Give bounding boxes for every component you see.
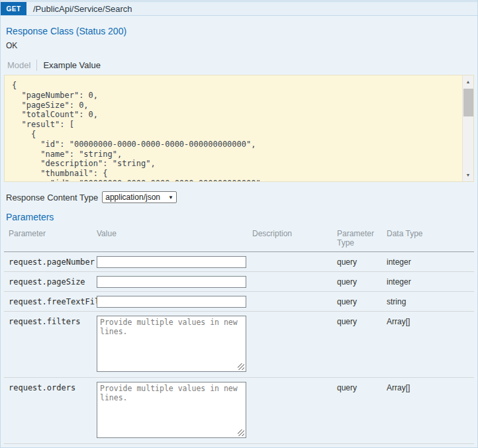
parameters-table: Parameter Value Description Parameter Ty… bbox=[4, 225, 474, 448]
scrollbar-thumb[interactable] bbox=[463, 89, 473, 116]
response-content-type-label: Response Content Type bbox=[6, 193, 98, 202]
param-value-cell bbox=[97, 378, 252, 443]
param-description bbox=[252, 292, 333, 311]
param-value-textarea[interactable] bbox=[97, 382, 246, 438]
param-name: request.freeTextFilter bbox=[9, 292, 97, 311]
param-data-type: Array[] bbox=[387, 378, 474, 443]
param-textarea-wrap bbox=[97, 382, 246, 440]
param-data-type: integer bbox=[387, 252, 474, 271]
param-description bbox=[252, 378, 333, 443]
param-name: request.orders bbox=[9, 378, 97, 443]
operation-path-link[interactable]: /PublicApi/Service/Search bbox=[26, 2, 132, 15]
param-row-Auth-Token: Auth-TokenThe Authorization Token obtain… bbox=[4, 444, 474, 448]
example-json-block: { "pageNumber": 0, "pageSize": 0, "total… bbox=[4, 75, 474, 182]
param-value-cell bbox=[97, 292, 252, 311]
parameters-table-header: Parameter Value Description Parameter Ty… bbox=[4, 225, 474, 252]
param-value-input[interactable] bbox=[97, 276, 246, 288]
col-description: Description bbox=[252, 225, 337, 251]
response-tabs: Model Example Value bbox=[6, 59, 472, 71]
param-row-request.orders: request.ordersqueryArray[] bbox=[4, 378, 474, 444]
param-name: request.filters bbox=[9, 312, 97, 377]
param-type: query bbox=[337, 272, 387, 291]
param-name: request.pageNumber bbox=[9, 252, 97, 271]
dropdown-caret-icon: ▼ bbox=[168, 195, 173, 201]
param-description bbox=[252, 252, 333, 271]
param-row-request.filters: request.filtersqueryArray[] bbox=[4, 312, 474, 378]
scroll-down-icon[interactable]: ▼ bbox=[463, 170, 473, 180]
param-name: Auth-Token bbox=[9, 444, 97, 448]
response-class-heading: Response Class (Status 200) bbox=[6, 26, 472, 36]
param-type: header bbox=[337, 444, 387, 448]
param-type: query bbox=[337, 292, 387, 311]
param-description bbox=[252, 272, 333, 291]
param-row-request.freeTextFilter: request.freeTextFilterquerystring bbox=[4, 292, 474, 312]
param-description bbox=[252, 312, 333, 377]
tab-separator bbox=[36, 60, 37, 71]
param-data-type: string bbox=[387, 444, 474, 448]
param-row-request.pageNumber: request.pageNumberqueryinteger bbox=[4, 252, 474, 272]
param-value-cell bbox=[97, 272, 252, 291]
operation-header: GET /PublicApi/Service/Search bbox=[1, 1, 477, 16]
tab-example-value[interactable]: Example Value bbox=[43, 60, 100, 70]
param-row-request.pageSize: request.pageSizequeryinteger bbox=[4, 272, 474, 292]
response-content-type-select[interactable]: application/json ▼ bbox=[102, 191, 177, 203]
code-scrollbar[interactable]: ▲ ▼ bbox=[462, 75, 473, 181]
parameters-heading: Parameters bbox=[6, 212, 472, 222]
param-description: The Authorization Token obtained from th… bbox=[252, 444, 333, 448]
param-data-type: string bbox=[387, 292, 474, 311]
example-json-code: { "pageNumber": 0, "pageSize": 0, "total… bbox=[5, 75, 473, 181]
param-data-type: Array[] bbox=[387, 312, 474, 377]
param-value-cell bbox=[97, 444, 252, 448]
scroll-up-icon[interactable]: ▲ bbox=[463, 77, 473, 87]
param-value-textarea[interactable] bbox=[97, 316, 246, 372]
response-status-text: OK bbox=[6, 41, 472, 50]
param-value-cell bbox=[97, 312, 252, 377]
swagger-operation-panel: GET /PublicApi/Service/Search Response C… bbox=[0, 0, 478, 448]
param-value-cell bbox=[97, 252, 252, 271]
param-type: query bbox=[337, 378, 387, 443]
param-data-type: integer bbox=[387, 272, 474, 291]
col-parameter-type: Parameter Type bbox=[337, 225, 387, 251]
param-value-input[interactable] bbox=[97, 296, 246, 308]
param-type: query bbox=[337, 312, 387, 377]
response-content-type-value: application/json bbox=[105, 193, 160, 202]
param-value-input[interactable] bbox=[97, 256, 246, 268]
col-value: Value bbox=[97, 225, 252, 251]
tab-model[interactable]: Model bbox=[6, 60, 30, 70]
parameters-table-body: request.pageNumberqueryintegerrequest.pa… bbox=[4, 252, 474, 448]
param-name: request.pageSize bbox=[9, 272, 97, 291]
col-data-type: Data Type bbox=[387, 225, 474, 251]
param-type: query bbox=[337, 252, 387, 271]
http-method-badge[interactable]: GET bbox=[1, 2, 26, 15]
param-textarea-wrap bbox=[97, 316, 246, 374]
col-parameter: Parameter bbox=[9, 225, 97, 251]
